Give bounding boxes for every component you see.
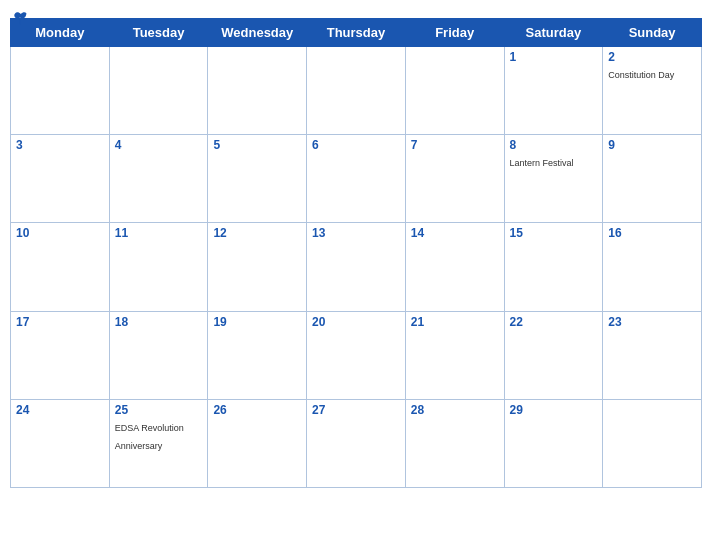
day-cell: 23 (603, 311, 702, 399)
day-number: 10 (16, 226, 104, 240)
logo-bird-icon (12, 10, 28, 26)
calendar-table: MondayTuesdayWednesdayThursdayFridaySatu… (10, 18, 702, 488)
day-cell: 5 (208, 135, 307, 223)
day-cell: 11 (109, 223, 208, 311)
day-number: 6 (312, 138, 400, 152)
week-row-1: 12Constitution Day (11, 47, 702, 135)
day-cell: 3 (11, 135, 110, 223)
day-number: 26 (213, 403, 301, 417)
day-cell: 15 (504, 223, 603, 311)
day-cell: 14 (405, 223, 504, 311)
day-number: 8 (510, 138, 598, 152)
day-number: 25 (115, 403, 203, 417)
day-number: 22 (510, 315, 598, 329)
day-cell: 20 (307, 311, 406, 399)
weekday-header-row: MondayTuesdayWednesdayThursdayFridaySatu… (11, 19, 702, 47)
day-cell: 21 (405, 311, 504, 399)
day-cell: 12 (208, 223, 307, 311)
day-cell: 1 (504, 47, 603, 135)
day-cell (11, 47, 110, 135)
day-cell: 2Constitution Day (603, 47, 702, 135)
day-cell: 7 (405, 135, 504, 223)
day-cell (208, 47, 307, 135)
day-number: 16 (608, 226, 696, 240)
weekday-header-tuesday: Tuesday (109, 19, 208, 47)
day-number: 11 (115, 226, 203, 240)
day-number: 23 (608, 315, 696, 329)
day-number: 19 (213, 315, 301, 329)
day-number: 13 (312, 226, 400, 240)
day-number: 3 (16, 138, 104, 152)
day-cell: 16 (603, 223, 702, 311)
event-text: Constitution Day (608, 70, 674, 80)
event-text: Lantern Festival (510, 158, 574, 168)
logo-blue-text (10, 10, 28, 26)
weekday-header-friday: Friday (405, 19, 504, 47)
event-text: EDSA Revolution Anniversary (115, 423, 184, 451)
day-cell: 26 (208, 399, 307, 487)
day-number: 24 (16, 403, 104, 417)
day-number: 27 (312, 403, 400, 417)
day-cell (603, 399, 702, 487)
day-cell: 18 (109, 311, 208, 399)
day-number: 5 (213, 138, 301, 152)
day-cell: 13 (307, 223, 406, 311)
day-number: 4 (115, 138, 203, 152)
day-number: 21 (411, 315, 499, 329)
day-cell: 29 (504, 399, 603, 487)
calendar-wrapper: MondayTuesdayWednesdayThursdayFridaySatu… (0, 0, 712, 550)
weekday-header-saturday: Saturday (504, 19, 603, 47)
day-number: 28 (411, 403, 499, 417)
day-number: 15 (510, 226, 598, 240)
day-number: 20 (312, 315, 400, 329)
logo (10, 10, 28, 26)
day-cell: 25EDSA Revolution Anniversary (109, 399, 208, 487)
day-cell: 6 (307, 135, 406, 223)
weekday-header-wednesday: Wednesday (208, 19, 307, 47)
day-cell: 4 (109, 135, 208, 223)
day-cell: 10 (11, 223, 110, 311)
day-number: 18 (115, 315, 203, 329)
day-cell: 22 (504, 311, 603, 399)
day-number: 2 (608, 50, 696, 64)
day-number: 17 (16, 315, 104, 329)
day-cell: 24 (11, 399, 110, 487)
day-cell: 17 (11, 311, 110, 399)
weekday-header-thursday: Thursday (307, 19, 406, 47)
week-row-2: 345678Lantern Festival9 (11, 135, 702, 223)
day-number: 14 (411, 226, 499, 240)
day-number: 7 (411, 138, 499, 152)
week-row-4: 17181920212223 (11, 311, 702, 399)
day-number: 29 (510, 403, 598, 417)
week-row-5: 2425EDSA Revolution Anniversary26272829 (11, 399, 702, 487)
day-cell: 27 (307, 399, 406, 487)
day-cell: 8Lantern Festival (504, 135, 603, 223)
day-number: 12 (213, 226, 301, 240)
day-cell: 9 (603, 135, 702, 223)
day-cell: 19 (208, 311, 307, 399)
day-cell (307, 47, 406, 135)
week-row-3: 10111213141516 (11, 223, 702, 311)
day-cell (405, 47, 504, 135)
weekday-header-sunday: Sunday (603, 19, 702, 47)
day-cell (109, 47, 208, 135)
day-cell: 28 (405, 399, 504, 487)
day-number: 1 (510, 50, 598, 64)
day-number: 9 (608, 138, 696, 152)
